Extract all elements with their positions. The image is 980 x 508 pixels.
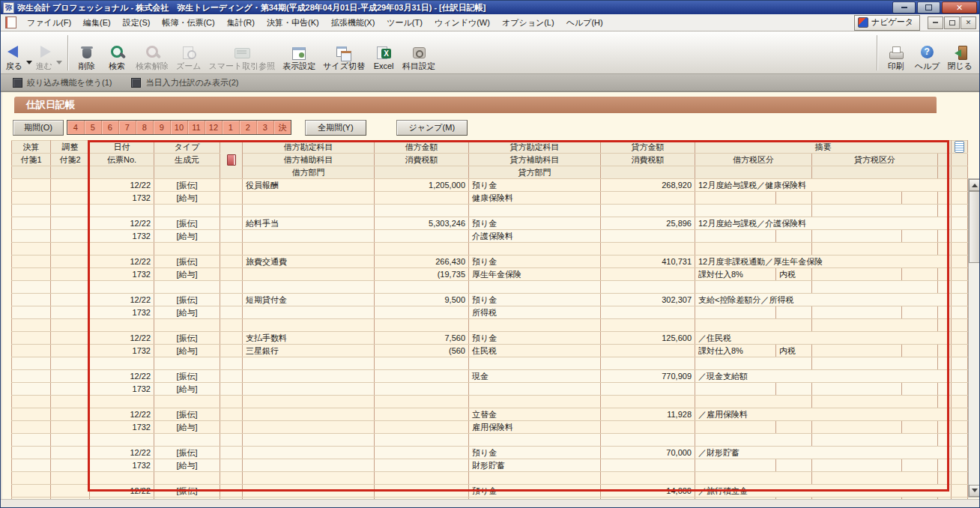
credit-tax-type-cell[interactable]: [902, 383, 938, 396]
credit-amount-cell[interactable]: 268,920: [601, 179, 695, 192]
debit-account-cell[interactable]: 短期貸付金: [243, 294, 375, 306]
source-cell[interactable]: [給与]: [154, 345, 220, 357]
use-filter-checkbox-group[interactable]: 絞り込み機能を使う(1): [13, 77, 112, 88]
period-month-button[interactable]: 8: [136, 121, 154, 134]
debit-dept-cell[interactable]: [243, 434, 375, 447]
debit-tax-class-cell[interactable]: [695, 421, 776, 434]
debit-sub-cell[interactable]: [243, 268, 375, 281]
debit-sub-cell[interactable]: [243, 230, 375, 243]
debit-amount-cell[interactable]: [375, 370, 469, 383]
vertical-scrollbar[interactable]: [968, 178, 979, 498]
mdi-close-button[interactable]: ✕: [961, 16, 976, 29]
zoom-button[interactable]: ズーム: [172, 33, 205, 73]
menu-item[interactable]: オプション(L): [496, 15, 560, 31]
debit-sub-cell[interactable]: [243, 498, 375, 500]
date-cell[interactable]: 12/22: [90, 179, 154, 192]
debit-account-cell[interactable]: [243, 447, 375, 459]
credit-tax-cell[interactable]: [601, 230, 695, 243]
date-cell[interactable]: 12/22: [90, 217, 154, 230]
summary-cell[interactable]: 12月度給与課税／健康保険料: [695, 179, 952, 192]
type-cell[interactable]: [振伝]: [154, 408, 220, 421]
debit-account-cell[interactable]: 旅費交通費: [243, 255, 375, 268]
today-only-checkbox[interactable]: [131, 78, 141, 88]
menu-item[interactable]: 編集(E): [77, 15, 117, 31]
menu-item[interactable]: ツール(T): [381, 15, 429, 31]
period-button[interactable]: 期間(O): [13, 120, 64, 136]
debit-tax-cell[interactable]: [375, 383, 469, 396]
credit-amount-cell[interactable]: 410,731: [601, 255, 695, 268]
smart-reference-button[interactable]: スマート取引参照: [205, 33, 279, 73]
menu-item[interactable]: 設定(S): [117, 15, 157, 31]
slip-no-cell[interactable]: 1732: [90, 498, 154, 500]
scroll-down-button[interactable]: [969, 485, 979, 497]
credit-tax-class-cell[interactable]: [812, 345, 902, 357]
credit-tax-class-cell[interactable]: [812, 383, 902, 396]
credit-dept-cell[interactable]: [469, 243, 601, 255]
credit-amount-cell[interactable]: 14,000: [601, 485, 695, 498]
debit-amount-cell[interactable]: [375, 408, 469, 421]
slip-no-cell[interactable]: 1732: [90, 421, 154, 434]
period-month-button[interactable]: 11: [188, 121, 205, 134]
fusen1-cell[interactable]: [12, 332, 51, 345]
debit-dept-cell[interactable]: [243, 357, 375, 370]
credit-amount-cell[interactable]: 302,307: [601, 294, 695, 306]
source-cell[interactable]: [給与]: [154, 230, 220, 243]
fusen1-cell[interactable]: [12, 217, 51, 230]
debit-tax-type-cell[interactable]: [776, 421, 812, 434]
source-cell[interactable]: [給与]: [154, 498, 220, 500]
type-cell[interactable]: [振伝]: [154, 485, 220, 498]
debit-tax-class-cell[interactable]: [695, 459, 776, 472]
delete-button[interactable]: 削除: [72, 33, 102, 73]
date-cell[interactable]: 12/22: [90, 332, 154, 345]
summary-cell[interactable]: ／住民税: [695, 332, 952, 345]
debit-amount-cell[interactable]: 9,500: [375, 294, 469, 306]
period-month-button[interactable]: 5: [85, 121, 102, 134]
fusen2-cell[interactable]: [51, 485, 90, 498]
credit-tax-type-cell[interactable]: [902, 498, 938, 500]
credit-account-cell[interactable]: 預り金: [469, 217, 601, 230]
slip-no-cell[interactable]: 1732: [90, 230, 154, 243]
date-cell[interactable]: 12/22: [90, 255, 154, 268]
debit-tax-type-cell[interactable]: [776, 498, 812, 500]
credit-sub-cell[interactable]: 住民税: [469, 345, 601, 357]
forward-button[interactable]: 進む: [34, 33, 55, 73]
debit-sub-cell[interactable]: [243, 459, 375, 472]
fusen1-cell[interactable]: [12, 447, 51, 459]
credit-tax-cell[interactable]: [601, 498, 695, 500]
debit-tax-class-cell[interactable]: [695, 192, 776, 205]
credit-tax-type-cell[interactable]: [902, 306, 938, 319]
period-month-button[interactable]: 9: [154, 121, 171, 134]
date-cell[interactable]: 12/22: [90, 447, 154, 459]
fusen2-cell[interactable]: [51, 370, 90, 383]
debit-tax-type-cell[interactable]: [776, 383, 812, 396]
fusen1-cell[interactable]: [12, 485, 51, 498]
debit-dept-cell[interactable]: [243, 472, 375, 485]
source-cell[interactable]: [給与]: [154, 459, 220, 472]
credit-tax-class-cell[interactable]: [812, 498, 902, 500]
fusen2-cell[interactable]: [51, 294, 90, 306]
debit-tax-class-cell[interactable]: 課対仕入8%: [695, 345, 776, 357]
debit-tax-type-cell[interactable]: [776, 459, 812, 472]
close-view-button[interactable]: 閉じる: [943, 33, 976, 73]
period-month-button[interactable]: 2: [240, 121, 257, 134]
debit-account-cell[interactable]: 給料手当: [243, 217, 375, 230]
credit-tax-cell[interactable]: [601, 268, 695, 281]
period-month-button[interactable]: 1: [223, 121, 240, 134]
menu-item[interactable]: 集計(R): [221, 15, 261, 31]
source-cell[interactable]: [給与]: [154, 268, 220, 281]
account-settings-button[interactable]: 科目設定: [399, 33, 439, 73]
debit-tax-cell[interactable]: [375, 230, 469, 243]
credit-account-cell[interactable]: 預り金: [469, 294, 601, 306]
slip-no-cell[interactable]: 1732: [90, 459, 154, 472]
debit-tax-type-cell[interactable]: 内税: [776, 345, 812, 357]
credit-amount-cell[interactable]: 70,000: [601, 447, 695, 459]
debit-account-cell[interactable]: [243, 485, 375, 498]
credit-sub-cell[interactable]: 厚生年金保険: [469, 268, 601, 281]
debit-tax-class-cell[interactable]: [695, 498, 776, 500]
credit-account-cell[interactable]: 預り金: [469, 485, 601, 498]
use-filter-checkbox[interactable]: [13, 78, 22, 88]
date-cell[interactable]: 12/22: [90, 485, 154, 498]
help-button[interactable]: ヘルプ: [911, 33, 944, 73]
credit-sub-cell[interactable]: 雇用保険料: [469, 421, 601, 434]
period-month-button[interactable]: 決: [274, 121, 291, 134]
